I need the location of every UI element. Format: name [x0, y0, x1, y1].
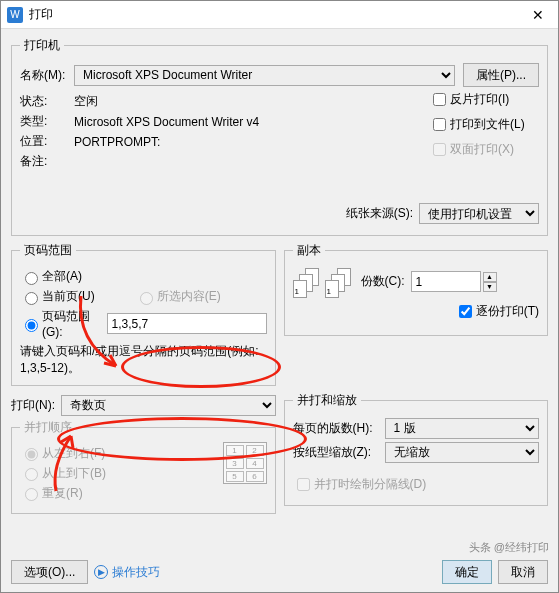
range-hint: 请键入页码和/或用逗号分隔的页码范围(例如: 1,3,5-12)。	[20, 343, 267, 377]
play-icon: ▶	[94, 565, 108, 579]
where-label: 位置:	[20, 133, 74, 150]
collate-checkbox[interactable]: 逐份打印(T)	[455, 302, 539, 321]
reverse-checkbox[interactable]: 反片打印(I)	[429, 90, 539, 109]
collate-icon: 321 321	[293, 268, 353, 302]
print-what-select[interactable]: 奇数页	[61, 395, 276, 416]
comment-label: 备注:	[20, 153, 74, 170]
all-radio[interactable]: 全部(A)	[20, 268, 82, 285]
pages-radio[interactable]: 页码范围(G):	[20, 308, 103, 339]
duplex-checkbox: 双面打印(X)	[429, 140, 539, 159]
copies-label: 份数(C):	[361, 273, 405, 290]
tips-link[interactable]: ▶操作技巧	[94, 564, 160, 581]
type-value: Microsoft XPS Document Writer v4	[74, 115, 259, 129]
printer-legend: 打印机	[20, 37, 64, 54]
scale-label: 按纸型缩放(Z):	[293, 444, 385, 461]
close-button[interactable]: ✕	[518, 1, 558, 29]
lr-radio: 从左到右(F)	[20, 445, 105, 462]
printer-fieldset: 打印机 名称(M): Microsoft XPS Document Writer…	[11, 37, 548, 236]
spin-down-icon[interactable]: ▼	[483, 282, 497, 292]
zoom-legend: 并打和缩放	[293, 392, 361, 409]
copies-legend: 副本	[293, 242, 325, 259]
status-label: 状态:	[20, 93, 74, 110]
layout-icon: 123456	[223, 442, 267, 484]
ok-button[interactable]: 确定	[442, 560, 492, 584]
properties-button[interactable]: 属性(P)...	[463, 63, 539, 87]
spin-up-icon[interactable]: ▲	[483, 272, 497, 282]
copies-fieldset: 副本 321 321 份数(C): ▲ ▼	[284, 242, 549, 336]
source-select[interactable]: 使用打印机设置	[419, 203, 539, 224]
copies-input[interactable]	[411, 271, 481, 292]
watermark: 头条 @经纬打印	[466, 539, 552, 556]
scale-select[interactable]: 无缩放	[385, 442, 540, 463]
repeat-radio: 重复(R)	[20, 485, 83, 502]
lines-checkbox: 并打时绘制分隔线(D)	[293, 475, 427, 494]
printer-select[interactable]: Microsoft XPS Document Writer	[74, 65, 455, 86]
merge-fieldset: 并打顺序 从左到右(F) 从上到下(B) 重复(R) 123456	[11, 419, 276, 514]
where-value: PORTPROMPT:	[74, 135, 160, 149]
merge-legend: 并打顺序	[20, 419, 76, 436]
window-title: 打印	[29, 6, 518, 23]
titlebar: W 打印 ✕	[1, 1, 558, 29]
options-button[interactable]: 选项(O)...	[11, 560, 88, 584]
current-radio[interactable]: 当前页(U)	[20, 288, 95, 305]
pps-select[interactable]: 1 版	[385, 418, 540, 439]
source-label: 纸张来源(S):	[346, 205, 413, 222]
type-label: 类型:	[20, 113, 74, 130]
cancel-button[interactable]: 取消	[498, 560, 548, 584]
print-what-label: 打印(N):	[11, 397, 55, 414]
range-fieldset: 页码范围 全部(A) 当前页(U) 所选内容(E) 页码范围(G): 请键入页码…	[11, 242, 276, 386]
pps-label: 每页的版数(H):	[293, 420, 385, 437]
status-value: 空闲	[74, 93, 98, 110]
name-label: 名称(M):	[20, 67, 74, 84]
zoom-fieldset: 并打和缩放 每页的版数(H):1 版 按纸型缩放(Z):无缩放 并打时绘制分隔线…	[284, 392, 549, 506]
range-legend: 页码范围	[20, 242, 76, 259]
tofile-checkbox[interactable]: 打印到文件(L)	[429, 115, 539, 134]
pages-input[interactable]	[107, 313, 267, 334]
app-icon: W	[7, 7, 23, 23]
tb-radio: 从上到下(B)	[20, 465, 106, 482]
selection-radio: 所选内容(E)	[135, 288, 221, 305]
